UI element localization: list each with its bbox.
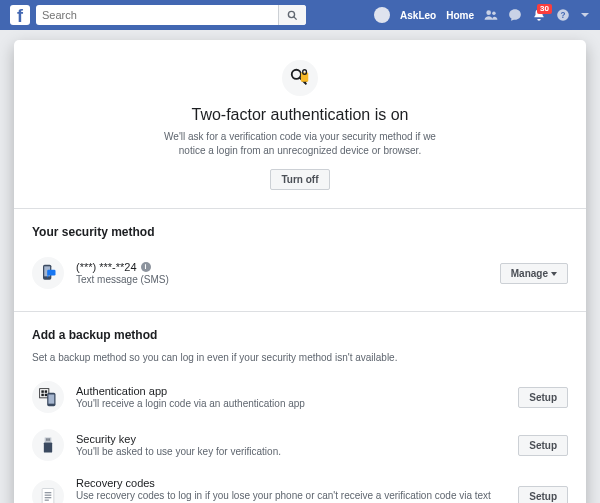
svg-rect-11	[47, 270, 55, 276]
backup-desc: Set a backup method so you can log in ev…	[32, 352, 568, 363]
backup-item-title: Recovery codes	[76, 477, 506, 489]
key-lock-icon	[282, 60, 318, 96]
method-type: Text message (SMS)	[76, 273, 488, 286]
topbar-right: AskLeo Home 30 ?	[374, 7, 590, 23]
security-method-row: (***) ***-**24 i Text message (SMS) Mana…	[32, 249, 568, 297]
backup-item-title: Security key	[76, 433, 506, 445]
backup-method-section: Add a backup method Set a backup method …	[14, 312, 586, 503]
setup-security-key-button[interactable]: Setup	[518, 435, 568, 456]
svg-point-0	[288, 11, 294, 17]
turn-off-button[interactable]: Turn off	[270, 169, 329, 190]
help-icon[interactable]: ?	[556, 8, 570, 22]
messages-icon[interactable]	[508, 8, 522, 22]
svg-rect-19	[45, 438, 52, 443]
backup-item-desc: Use recovery codes to log in if you lose…	[76, 489, 506, 503]
svg-rect-16	[45, 394, 48, 397]
svg-line-1	[294, 16, 297, 19]
hero-title: Two-factor authentication is on	[74, 106, 526, 124]
topbar: f AskLeo Home 30	[0, 0, 600, 30]
svg-rect-22	[44, 443, 52, 453]
info-icon[interactable]: i	[141, 262, 151, 272]
qr-phone-icon	[32, 381, 64, 413]
security-method-section: Your security method (***) ***-**24 i Te…	[14, 209, 586, 312]
settings-card: Two-factor authentication is on We'll as…	[14, 40, 586, 503]
two-factor-hero: Two-factor authentication is on We'll as…	[14, 40, 586, 209]
phone-sms-icon	[32, 257, 64, 289]
search-input[interactable]	[36, 5, 306, 25]
svg-rect-13	[41, 390, 44, 393]
usb-key-icon	[32, 429, 64, 461]
notifications-icon[interactable]: 30	[532, 8, 546, 22]
backup-security-key-row: Security key You'll be asked to use your…	[32, 421, 568, 469]
svg-text:?: ?	[561, 11, 566, 20]
setup-recovery-codes-button[interactable]: Setup	[518, 486, 568, 504]
security-method-heading: Your security method	[32, 225, 568, 239]
svg-rect-20	[46, 438, 47, 441]
svg-rect-14	[45, 390, 48, 393]
notification-badge: 30	[537, 4, 552, 14]
hero-desc: We'll ask for a verification code via yo…	[160, 130, 440, 157]
codes-sheet-icon	[32, 480, 64, 503]
facebook-logo[interactable]: f	[10, 5, 30, 25]
svg-rect-18	[48, 395, 54, 404]
avatar[interactable]	[374, 7, 390, 23]
svg-point-3	[492, 12, 496, 16]
dropdown-caret-icon[interactable]	[580, 10, 590, 20]
backup-item-title: Authentication app	[76, 385, 506, 397]
backup-heading: Add a backup method	[32, 328, 568, 342]
chevron-down-icon	[551, 272, 557, 276]
backup-item-desc: You'll receive a login code via an authe…	[76, 397, 506, 410]
manage-button[interactable]: Manage	[500, 263, 568, 284]
svg-point-2	[486, 10, 491, 15]
search-button[interactable]	[278, 5, 306, 25]
home-link[interactable]: Home	[446, 10, 474, 21]
backup-recovery-codes-row: Recovery codes Use recovery codes to log…	[32, 469, 568, 503]
svg-rect-21	[48, 438, 49, 441]
phone-number: (***) ***-**24	[76, 261, 137, 273]
friends-icon[interactable]	[484, 8, 498, 22]
search-wrap	[36, 5, 306, 25]
setup-auth-app-button[interactable]: Setup	[518, 387, 568, 408]
backup-auth-app-row: Authentication app You'll receive a logi…	[32, 373, 568, 421]
svg-rect-8	[303, 70, 307, 75]
search-icon	[287, 10, 298, 21]
backup-item-desc: You'll be asked to use your key for veri…	[76, 445, 506, 458]
svg-rect-15	[41, 394, 44, 397]
profile-link[interactable]: AskLeo	[400, 10, 436, 21]
